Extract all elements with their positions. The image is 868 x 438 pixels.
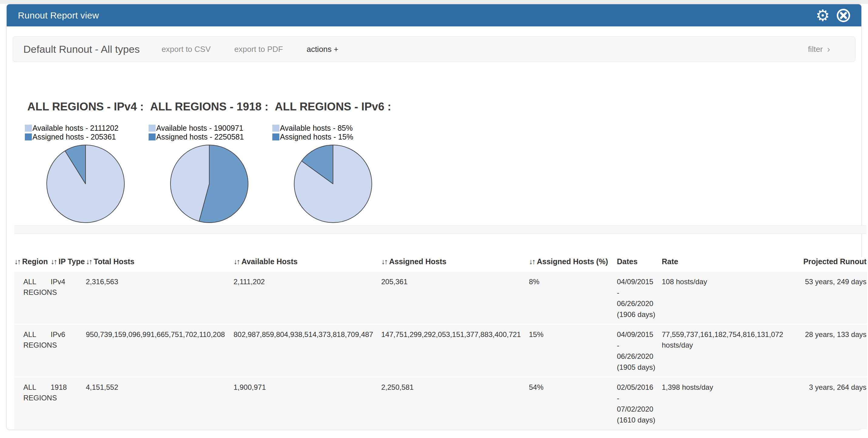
table-row: ALL REGIONSIPv6950,739,159,096,991,665,7… [14, 324, 867, 377]
column-label: Assigned Hosts (%) [537, 257, 608, 266]
sort-icon: ↓↑ [86, 257, 92, 266]
sort-icon: ↓↑ [14, 257, 20, 266]
window-title: Runout Report view [7, 10, 99, 21]
cell-dates: 04/09/2015-06/26/2020(1906 days) [617, 272, 662, 324]
date-line: - [617, 287, 660, 298]
cell-dates: 02/05/2016-07/02/2020(1610 days) [617, 377, 662, 430]
legend-swatch-assigned [272, 133, 279, 140]
column-label: Dates [617, 257, 638, 266]
cell-rate: 1,398 hosts/day [662, 377, 794, 430]
legend-label: Available hosts - 85% [280, 124, 353, 132]
cell-total: 4,151,552 [86, 377, 234, 430]
export-pdf-button[interactable]: export to PDF [235, 44, 283, 54]
table-body: ALL REGIONSIPv42,316,5632,111,202205,361… [14, 272, 867, 430]
cell-total: 2,316,563 [86, 272, 234, 324]
cell-rate: 77,559,737,161,182,754,816,131,072 hosts… [662, 324, 794, 377]
legend-swatch-available [272, 125, 279, 132]
legend-swatch-assigned [25, 133, 32, 140]
sort-icon: ↓↑ [51, 257, 56, 266]
sort-icon: ↓↑ [234, 257, 239, 266]
date-line: 06/26/2020 [617, 351, 660, 362]
table-row: ALL REGIONSIPv42,316,5632,111,202205,361… [14, 272, 867, 324]
legend-label: Available hosts - 2111202 [32, 124, 119, 132]
cell-dates: 04/09/2015-06/26/2020(1905 days) [617, 324, 662, 377]
column-label: Total Hosts [94, 257, 134, 266]
column-header-total[interactable]: ↓↑Total Hosts [86, 257, 234, 272]
sort-icon: ↓↑ [529, 257, 535, 266]
column-header-assigned_pct[interactable]: ↓↑Assigned Hosts (%) [529, 257, 617, 272]
column-label: Projected Runout [803, 257, 866, 266]
legend-swatch-available [149, 125, 156, 132]
column-label: Region [22, 257, 48, 266]
date-line: - [617, 393, 660, 404]
actions-menu-button[interactable]: actions + [307, 44, 338, 54]
cell-projected: 28 years, 133 days [794, 324, 867, 377]
cell-region: ALL REGIONS [14, 272, 51, 324]
column-header-available[interactable]: ↓↑Available Hosts [234, 257, 381, 272]
column-header-region[interactable]: ↓↑Region [14, 257, 51, 272]
cell-assigned_pct: 54% [529, 377, 617, 430]
legend-label: Assigned hosts - 205361 [32, 132, 116, 142]
chevron-right-icon: › [827, 44, 830, 54]
cell-projected: 3 years, 264 days [794, 377, 867, 430]
column-header-ip_type[interactable]: ↓↑IP Type [51, 257, 86, 272]
column-header-rate: Rate [662, 257, 794, 272]
report-toolbar: Default Runout - All types export to CSV… [13, 36, 855, 62]
cell-assigned: 147,751,299,292,053,151,377,883,400,721 [381, 324, 529, 377]
legend-label: Assigned hosts - 2250581 [156, 132, 244, 142]
table-row: ALL REGIONS19184,151,5521,900,9712,250,5… [14, 377, 867, 430]
legend-item: Available hosts - 1900971 [149, 124, 271, 132]
charts-footer-strip [14, 225, 866, 234]
column-header-projected: Projected Runout [794, 257, 867, 272]
column-header-dates: Dates [617, 257, 662, 272]
cell-assigned: 205,361 [381, 272, 529, 324]
export-csv-button[interactable]: export to CSV [162, 44, 211, 54]
chart-ipv6: ALL REGIONS - IPv6 : Available hosts - 8… [271, 101, 395, 226]
column-header-assigned[interactable]: ↓↑Assigned Hosts [381, 257, 529, 272]
cell-projected: 53 years, 249 days [794, 272, 867, 324]
legend-label: Assigned hosts - 15% [280, 132, 353, 142]
legend-item: Available hosts - 2111202 [25, 124, 147, 132]
chart-ipv4: ALL REGIONS - IPv4 : Available hosts - 2… [24, 101, 147, 226]
column-label: Assigned Hosts [389, 257, 446, 266]
legend-label: Available hosts - 1900971 [156, 124, 243, 132]
cell-ip_type: IPv6 [51, 324, 86, 377]
legend-item: Available hosts - 85% [272, 124, 395, 132]
legend-item: Assigned hosts - 205361 [25, 132, 147, 142]
legend-swatch-assigned [149, 133, 156, 140]
pie-1918 [167, 142, 252, 226]
chart-legend: Available hosts - 1900971 Assigned hosts… [149, 124, 271, 142]
legend-swatch-available [25, 125, 32, 132]
cell-region: ALL REGIONS [14, 377, 51, 430]
close-icon[interactable] [836, 8, 850, 23]
cell-total: 950,739,159,096,991,665,751,702,110,208 [86, 324, 234, 377]
chart-title: ALL REGIONS - IPv4 : [24, 101, 147, 113]
window-top-edge [0, 0, 868, 4]
legend-item: Assigned hosts - 2250581 [149, 132, 271, 142]
charts-section: ALL REGIONS - IPv4 : Available hosts - 2… [24, 101, 395, 226]
window-titlebar: Runout Report view ⚙ [7, 4, 861, 26]
cell-available: 1,900,971 [234, 377, 381, 430]
column-label: Rate [662, 257, 678, 266]
cell-region: ALL REGIONS [14, 324, 51, 377]
column-label: Available Hosts [241, 257, 298, 266]
date-line: 07/02/2020 [617, 404, 660, 415]
filter-label: filter [808, 44, 823, 54]
date-line: (1610 days) [617, 415, 660, 426]
column-label: IP Type [59, 257, 85, 266]
settings-gear-icon[interactable]: ⚙ [815, 8, 830, 23]
chart-title: ALL REGIONS - 1918 : [147, 101, 271, 113]
date-line: 02/05/2016 [617, 382, 660, 393]
date-line: 06/26/2020 [617, 298, 660, 309]
table-header: ↓↑Region↓↑IP Type↓↑Total Hosts↓↑Availabl… [14, 257, 867, 272]
chart-legend: Available hosts - 85% Assigned hosts - 1… [272, 124, 395, 142]
date-line: (1905 days) [617, 362, 660, 373]
chart-legend: Available hosts - 2111202 Assigned hosts… [25, 124, 147, 142]
sort-icon: ↓↑ [381, 257, 387, 266]
date-line: (1906 days) [617, 309, 660, 320]
legend-item: Assigned hosts - 15% [272, 132, 395, 142]
cell-assigned: 2,250,581 [381, 377, 529, 430]
date-line: 04/09/2015 [617, 329, 660, 340]
filter-toggle[interactable]: filter › [808, 44, 830, 54]
report-title: Default Runout - All types [23, 43, 140, 55]
